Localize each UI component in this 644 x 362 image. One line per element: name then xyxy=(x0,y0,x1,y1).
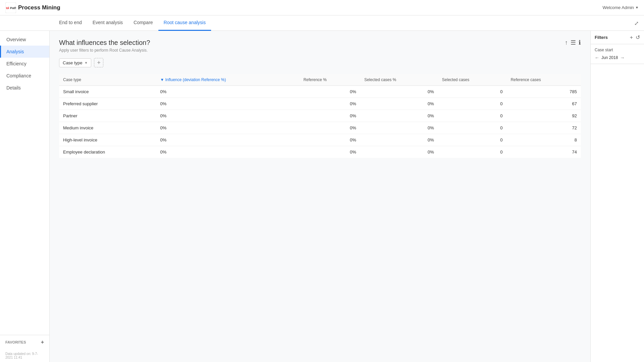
cell-reference-cases: 67 xyxy=(507,98,581,110)
cell-reference-cases: 785 xyxy=(507,86,581,98)
col-selected-cases-pct: Selected cases % xyxy=(360,74,438,86)
page-title: What influences the selection? xyxy=(59,39,150,47)
case-start-section: Case start ← Jun 2018 → xyxy=(591,44,644,64)
sidebar-nav: Overview Analysis Efficiency Compliance … xyxy=(0,31,49,335)
cell-selected-cases: 0 xyxy=(438,146,507,158)
data-table: Case type ▼ Influence (deviation Referen… xyxy=(59,74,581,158)
table-row: Preferred supplier 0% 0% 0% 0 67 xyxy=(59,98,581,110)
tab-end-to-end[interactable]: End to end xyxy=(54,15,87,31)
cell-reference-pct: 0% xyxy=(299,98,360,110)
cell-selected-cases-pct: 0% xyxy=(360,110,438,122)
content-area: What influences the selection? Apply use… xyxy=(50,31,590,362)
chevron-down-icon: ▼ xyxy=(635,6,639,9)
main-layout: Overview Analysis Efficiency Compliance … xyxy=(0,31,644,362)
sidebar-bottom: FAVORITES + xyxy=(0,335,49,349)
logo-area: Ui Path Process Mining xyxy=(5,2,60,13)
cell-case-type: Medium invoice xyxy=(59,122,156,134)
sidebar-item-overview[interactable]: Overview xyxy=(0,34,49,46)
add-filter-icon[interactable]: + xyxy=(630,35,633,41)
uipath-logo-icon: Ui Path xyxy=(5,2,16,13)
sidebar: Overview Analysis Efficiency Compliance … xyxy=(0,31,50,362)
filters-title: Filters xyxy=(595,35,608,40)
right-panel-header: Filters + ↺ xyxy=(591,31,644,44)
table-row: High-level invoice 0% 0% 0% 0 8 xyxy=(59,134,581,146)
sidebar-item-details[interactable]: Details xyxy=(0,82,49,94)
cell-case-type: High-level invoice xyxy=(59,134,156,146)
welcome-area[interactable]: Welcome Admin ▼ xyxy=(602,5,639,10)
cell-influence: 0% xyxy=(156,146,299,158)
cell-reference-cases: 8 xyxy=(507,134,581,146)
cell-influence: 0% xyxy=(156,110,299,122)
tab-root-cause-analysis[interactable]: Root cause analysis xyxy=(158,15,211,31)
cell-case-type: Partner xyxy=(59,110,156,122)
date-navigation: ← Jun 2018 → xyxy=(595,55,640,60)
favorites-label: FAVORITES xyxy=(5,340,26,344)
table-row: Medium invoice 0% 0% 0% 0 72 xyxy=(59,122,581,134)
cell-selected-cases: 0 xyxy=(438,110,507,122)
cell-reference-pct: 0% xyxy=(299,86,360,98)
case-type-filter-chip[interactable]: Case type ▼ xyxy=(59,58,91,67)
content-actions: ↑ ☰ ℹ xyxy=(565,39,581,46)
col-reference-cases: Reference cases xyxy=(507,74,581,86)
filter-chip-chevron: ▼ xyxy=(85,61,88,65)
add-filter-button[interactable]: + xyxy=(94,58,103,67)
add-favorite-button[interactable]: + xyxy=(41,339,44,345)
cell-selected-cases-pct: 0% xyxy=(360,122,438,134)
content-title-area: What influences the selection? Apply use… xyxy=(59,39,581,53)
export-icon[interactable]: ↑ xyxy=(565,39,568,46)
cell-case-type: Preferred supplier xyxy=(59,98,156,110)
prev-date-arrow[interactable]: ← xyxy=(595,55,599,60)
next-date-arrow[interactable]: → xyxy=(620,55,625,60)
table-row: Partner 0% 0% 0% 0 92 xyxy=(59,110,581,122)
sidebar-item-efficiency[interactable]: Efficiency xyxy=(0,58,49,70)
cell-selected-cases-pct: 0% xyxy=(360,86,438,98)
cell-selected-cases: 0 xyxy=(438,122,507,134)
welcome-text: Welcome Admin xyxy=(602,5,634,10)
cell-influence: 0% xyxy=(156,86,299,98)
list-view-icon[interactable]: ☰ xyxy=(571,39,576,46)
cell-reference-pct: 0% xyxy=(299,134,360,146)
data-updated-label: Data updated on: 9-7-2021 11:41 xyxy=(0,349,49,362)
cell-selected-cases: 0 xyxy=(438,86,507,98)
col-influence[interactable]: ▼ Influence (deviation Reference %) xyxy=(156,74,299,86)
col-reference-pct: Reference % xyxy=(299,74,360,86)
info-icon[interactable]: ℹ xyxy=(579,39,581,46)
tab-event-analysis[interactable]: Event analysis xyxy=(87,15,128,31)
cell-case-type: Small invoice xyxy=(59,86,156,98)
content-title: What influences the selection? Apply use… xyxy=(59,39,150,53)
cell-selected-cases: 0 xyxy=(438,134,507,146)
cell-selected-cases-pct: 0% xyxy=(360,134,438,146)
tab-compare[interactable]: Compare xyxy=(128,15,158,31)
cell-selected-cases-pct: 0% xyxy=(360,146,438,158)
cell-influence: 0% xyxy=(156,134,299,146)
cell-selected-cases: 0 xyxy=(438,98,507,110)
table-row: Small invoice 0% 0% 0% 0 785 xyxy=(59,86,581,98)
filter-bar: Case type ▼ + xyxy=(59,58,581,67)
top-header: Ui Path Process Mining Welcome Admin ▼ xyxy=(0,0,644,15)
sidebar-item-compliance[interactable]: Compliance xyxy=(0,70,49,82)
expand-icon[interactable]: ⤢ xyxy=(634,20,639,26)
app-name: Process Mining xyxy=(18,4,60,11)
table-header-row: Case type ▼ Influence (deviation Referen… xyxy=(59,74,581,86)
right-panel: Filters + ↺ Case start ← Jun 2018 → xyxy=(590,31,644,362)
cell-reference-pct: 0% xyxy=(299,146,360,158)
cell-reference-cases: 72 xyxy=(507,122,581,134)
svg-text:Ui: Ui xyxy=(6,6,9,10)
favorites-section: FAVORITES + xyxy=(5,339,44,345)
sidebar-item-analysis[interactable]: Analysis xyxy=(0,46,49,58)
date-display: Jun 2018 xyxy=(601,55,618,60)
table-row: Employee declaration 0% 0% 0% 0 74 xyxy=(59,146,581,158)
cell-reference-pct: 0% xyxy=(299,110,360,122)
filter-chip-label: Case type xyxy=(63,60,83,65)
cell-reference-pct: 0% xyxy=(299,122,360,134)
cell-influence: 0% xyxy=(156,98,299,110)
cell-reference-cases: 92 xyxy=(507,110,581,122)
col-selected-cases: Selected cases xyxy=(438,74,507,86)
cell-reference-cases: 74 xyxy=(507,146,581,158)
refresh-icon[interactable]: ↺ xyxy=(636,34,640,41)
nav-tabs-bar: End to end Event analysis Compare Root c… xyxy=(0,15,644,31)
cell-selected-cases-pct: 0% xyxy=(360,98,438,110)
panel-icons: + ↺ xyxy=(630,34,640,41)
case-start-label: Case start xyxy=(595,48,640,52)
cell-influence: 0% xyxy=(156,122,299,134)
